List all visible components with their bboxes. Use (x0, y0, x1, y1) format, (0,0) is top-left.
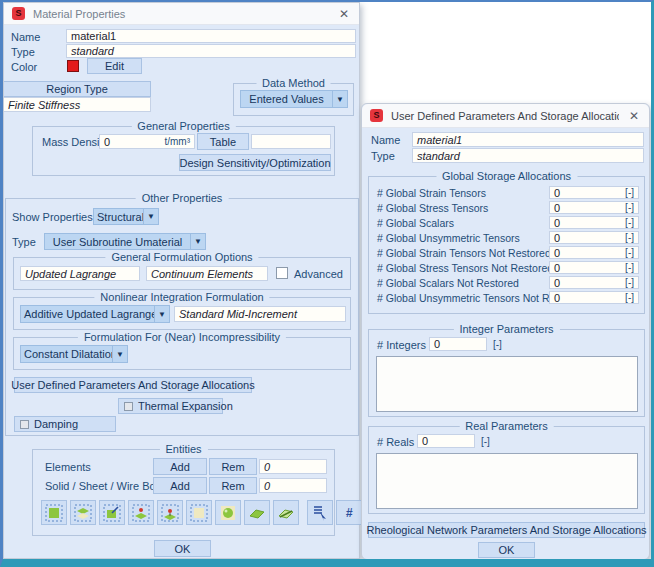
udp-ok-button[interactable]: OK (478, 542, 535, 558)
integers-field[interactable]: 0 (429, 337, 487, 351)
real-parameters-title: Real Parameters (459, 420, 554, 432)
chevron-down-icon[interactable]: ▼ (143, 209, 158, 224)
data-method-dropdown[interactable]: Entered Values ▼ (240, 90, 348, 108)
elements-rem-button[interactable]: Rem (209, 458, 257, 475)
name-field[interactable]: material1 (66, 29, 356, 43)
udp-dialog-titlebar[interactable]: S User Defined Parameters And Storage Al… (362, 104, 649, 128)
entities-title: Entities (159, 443, 207, 455)
mass-density-unit: t/mm³ (164, 136, 190, 147)
rheological-network-button[interactable]: Rheological Network Parameters And Stora… (368, 522, 645, 538)
close-icon[interactable]: ✕ (337, 7, 351, 21)
advanced-label: Advanced (294, 268, 343, 280)
cavity-icon[interactable] (186, 500, 212, 525)
unit-selector[interactable]: [-] (493, 339, 502, 350)
chevron-down-icon[interactable]: ▼ (112, 346, 127, 362)
region-type-header[interactable]: Region Type (4, 81, 151, 97)
gsa-row-field[interactable]: 0 [-] (549, 231, 639, 244)
thermal-expansion-button[interactable]: Thermal Expansion (118, 398, 223, 414)
elements-add-button[interactable]: Add (153, 458, 207, 475)
color-swatch[interactable] (67, 60, 79, 72)
real-parameters-group: Real Parameters # Reals 0 [-] (368, 426, 645, 514)
edit-button[interactable]: Edit (87, 58, 142, 74)
unit-selector[interactable]: [-] (625, 277, 634, 288)
select-elements-icon[interactable] (41, 500, 67, 525)
type-field[interactable]: standard (66, 44, 356, 58)
select-list-icon[interactable] (307, 500, 333, 525)
design-sensitivity-button[interactable]: Design Sensitivity/Optimization (179, 154, 331, 171)
element-face-icon[interactable] (99, 500, 125, 525)
unit-selector[interactable]: [-] (625, 292, 634, 303)
structural-type-dropdown[interactable]: User Subroutine Umaterial ▼ (44, 233, 206, 250)
name-label: Name (11, 31, 40, 43)
chevron-down-icon[interactable]: ▼ (332, 91, 347, 107)
gsa-row-field[interactable]: 0 [-] (549, 216, 639, 229)
integer-parameters-list[interactable] (376, 356, 638, 412)
dialog-title: User Defined Parameters And Storage Allo… (391, 110, 619, 122)
data-method-title: Data Method (256, 77, 331, 89)
entities-group: Entities Elements Add Rem 0 Solid / Shee… (32, 449, 335, 536)
incompressibility-dropdown[interactable]: Constant Dilatation ▼ (20, 345, 128, 363)
bodies-add-button[interactable]: Add (153, 477, 207, 494)
unit-selector[interactable]: [-] (481, 436, 490, 447)
close-icon[interactable]: ✕ (627, 109, 641, 123)
material-dialog-titlebar[interactable]: S Material Properties ✕ (4, 3, 359, 25)
gsa-row-field[interactable]: 0 [-] (549, 201, 639, 214)
element-node-icon[interactable] (157, 500, 183, 525)
gsa-row-field[interactable]: 0 [-] (549, 291, 639, 304)
other-properties-group: Other Properties Show Properties Structu… (5, 198, 359, 436)
color-label: Color (11, 61, 37, 73)
bodies-rem-button[interactable]: Rem (209, 477, 257, 494)
material-ok-button[interactable]: OK (154, 540, 211, 557)
show-properties-dropdown[interactable]: Structural ▼ (93, 208, 159, 225)
unit-selector[interactable]: [-] (625, 262, 634, 273)
nonlinear-method-dropdown[interactable]: Additive Updated Lagrange ▼ (20, 305, 170, 323)
select-by-number-icon[interactable]: # (336, 500, 362, 525)
integer-parameters-group: Integer Parameters # Integers 0 [-] (368, 329, 645, 417)
mass-density-field[interactable]: 0 t/mm³ (99, 134, 195, 149)
global-storage-title: Global Storage Allocations (436, 170, 577, 182)
gsa-row-field[interactable]: 0 [-] (549, 276, 639, 289)
unit-selector[interactable]: [-] (625, 187, 634, 198)
integer-parameters-title: Integer Parameters (453, 323, 559, 335)
formulation-option2-field: Continuum Elements (146, 266, 268, 281)
udp-name-field[interactable]: material1 (412, 132, 644, 147)
unit-selector[interactable]: [-] (625, 247, 634, 258)
real-parameters-list[interactable] (376, 453, 638, 509)
udp-name-label: Name (371, 134, 400, 146)
chevron-down-icon[interactable]: ▼ (154, 306, 169, 322)
udp-dialog: S User Defined Parameters And Storage Al… (361, 103, 650, 560)
sheet-body-icon[interactable] (244, 500, 270, 525)
elements-label: Elements (45, 461, 91, 473)
unit-selector[interactable]: [-] (625, 217, 634, 228)
table-button[interactable]: Table (197, 133, 249, 150)
nonlinear-integration-group: Nonlinear Integration Formulation Additi… (13, 297, 351, 330)
damping-button[interactable]: Damping (14, 416, 116, 432)
element-edge-icon[interactable] (128, 500, 154, 525)
advanced-checkbox[interactable] (276, 267, 288, 279)
bodies-count-field[interactable]: 0 (259, 478, 327, 493)
reals-field[interactable]: 0 (417, 434, 475, 448)
gsa-row-field[interactable]: 0 [-] (549, 261, 639, 274)
gsa-row-field[interactable]: 0 [-] (549, 186, 639, 199)
solid-body-icon[interactable] (215, 500, 241, 525)
elements-count-field[interactable]: 0 (259, 459, 327, 474)
formulation-option1-field: Updated Lagrange (20, 266, 140, 281)
material-properties-dialog: S Material Properties ✕ Name material1 T… (3, 2, 360, 559)
dialog-title: Material Properties (33, 8, 329, 20)
gsa-row-label: # Global Stress Tensors (377, 202, 488, 214)
app-icon: S (370, 109, 383, 122)
incompressibility-title: Formulation For (Near) Incompressibility (78, 331, 286, 343)
unit-selector[interactable]: [-] (625, 232, 634, 243)
global-storage-group: Global Storage Allocations # Global Stra… (368, 176, 645, 314)
mass-density-extra-field[interactable] (251, 134, 331, 149)
general-formulation-title: General Formulation Options (105, 251, 258, 263)
wire-body-icon[interactable] (273, 500, 299, 525)
gsa-row-field[interactable]: 0 [-] (549, 246, 639, 259)
general-formulation-group: General Formulation Options Updated Lagr… (13, 257, 351, 290)
unit-selector[interactable]: [-] (625, 202, 634, 213)
chevron-down-icon[interactable]: ▼ (190, 234, 205, 249)
region-type-value: Finite Stiffness (4, 97, 151, 112)
user-defined-params-button[interactable]: User Defined Parameters And Storage Allo… (14, 377, 252, 393)
element-mesh-icon[interactable] (70, 500, 96, 525)
udp-type-field[interactable]: standard (412, 148, 644, 163)
